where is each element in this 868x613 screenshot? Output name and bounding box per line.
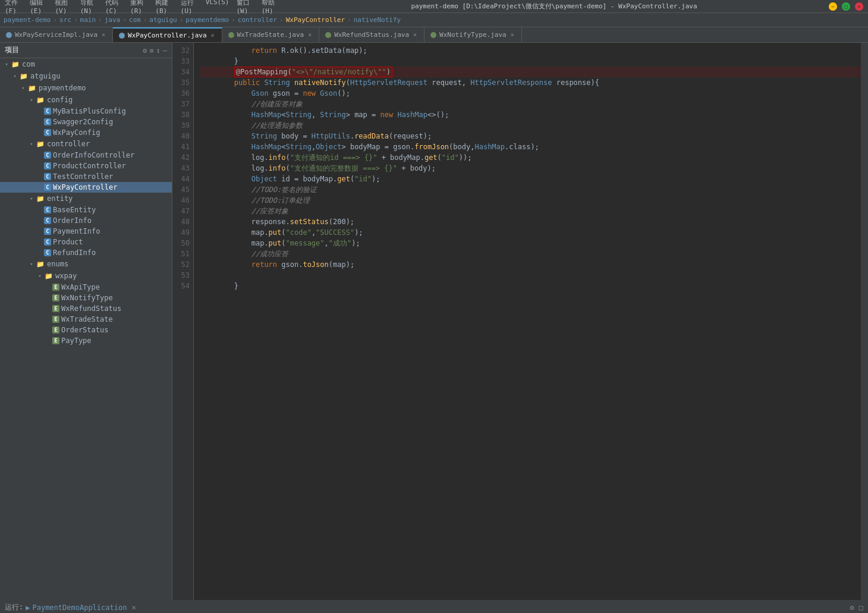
tab-wxnotifytype[interactable]: WxNotifyType.java ×	[424, 27, 522, 42]
enum-icon: E	[52, 305, 59, 312]
sidebar-settings-icon[interactable]: ⚙	[143, 46, 147, 55]
tree-label: OrderInfoController	[53, 151, 134, 159]
tree-item-com[interactable]: ▾📁com	[0, 58, 172, 70]
tree-item-testcontroller[interactable]: CTestController	[0, 171, 172, 182]
breadcrumb-item-4[interactable]: com	[129, 16, 141, 24]
tree-item-orderinfo[interactable]: COrderInfo	[0, 215, 172, 226]
minimize-button[interactable]: −	[829, 2, 837, 11]
tree-item-wxtradestate[interactable]: EWxTradeState	[0, 314, 172, 325]
breadcrumb-item-3[interactable]: java	[105, 16, 121, 24]
menu-file[interactable]: 文件(F)	[5, 0, 23, 15]
breadcrumb-item-8[interactable]: WxPayController	[286, 16, 345, 24]
tree-item-product[interactable]: CProduct	[0, 237, 172, 247]
menu-refactor[interactable]: 重构(R)	[130, 0, 148, 15]
tree-item-controller[interactable]: ▾📁controller	[0, 138, 172, 150]
run-settings-icon[interactable]: ⚙	[850, 603, 854, 612]
tree-item-orderstatus[interactable]: EOrderStatus	[0, 325, 172, 335]
sidebar-close-icon[interactable]: —	[163, 46, 167, 55]
breadcrumb-item-6[interactable]: paymentdemo	[185, 16, 229, 24]
tree-item-wxpaycontroller[interactable]: CWxPayController	[0, 182, 172, 193]
tree-item-config[interactable]: ▾📁config	[0, 94, 172, 106]
maximize-button[interactable]: □	[842, 2, 850, 11]
tab-close-1[interactable]: ×	[210, 32, 216, 39]
tree-item-paytype[interactable]: EPayType	[0, 335, 172, 346]
code-area[interactable]: return R.ok().setData(map); } @PostMappi…	[194, 43, 861, 600]
tree-item-atguigu[interactable]: ▾📁atguigu	[0, 70, 172, 82]
breadcrumb-item-2[interactable]: main	[80, 16, 96, 24]
tree-label: WxPayConfig	[53, 128, 100, 137]
tree-item-wxpay[interactable]: ▾📁wxpay	[0, 270, 172, 282]
enum-icon: E	[52, 316, 59, 323]
folder-icon: 📁	[36, 95, 45, 105]
tab-wxpaycontroller[interactable]: WxPayController.java ×	[113, 27, 222, 42]
menu-view[interactable]: 视图(V)	[55, 0, 73, 15]
tree-item-swagger2config[interactable]: CSwagger2Config	[0, 117, 172, 127]
tree-item-entity[interactable]: ▾📁entity	[0, 193, 172, 205]
tab-close-0[interactable]: ×	[100, 32, 106, 38]
tree-item-wxrefundstatus[interactable]: EWxRefundStatus	[0, 303, 172, 314]
tree-item-wxpayconfig[interactable]: CWxPayConfig	[0, 127, 172, 138]
tree-label: MyBatisPlusConfig	[53, 107, 126, 115]
menu-build[interactable]: 构建(B)	[155, 0, 173, 15]
class-icon: C	[44, 129, 51, 136]
run-app-name[interactable]: PaymentDemoApplication	[32, 603, 127, 612]
tree-item-baseentity[interactable]: CBaseEntity	[0, 205, 172, 215]
tree-item-paymentdemo[interactable]: ▾📁paymentdemo	[0, 82, 172, 94]
tab-wxrefundstatus[interactable]: WxRefundStatus.java ×	[319, 27, 424, 42]
tab-enum-icon-4	[430, 32, 436, 38]
tab-wxpayserviceimpl[interactable]: WxPayServiceImpl.java ×	[0, 27, 113, 42]
breadcrumb-item-1[interactable]: src	[59, 16, 71, 24]
code-line: //TODO:订单处理	[200, 195, 861, 206]
breadcrumb-item-5[interactable]: atguigu	[149, 16, 177, 24]
enum-icon: E	[52, 337, 59, 344]
menu-navigate[interactable]: 导航(N)	[80, 0, 98, 15]
tree-item-productcontroller[interactable]: CProductController	[0, 161, 172, 171]
menu-vcs[interactable]: VCS(S)	[206, 0, 229, 15]
code-line: map.put("message","成功");	[200, 238, 861, 249]
tree-item-wxnotifytype[interactable]: EWxNotifyType	[0, 293, 172, 303]
titlebar: 文件(F) 编辑(E) 视图(V) 导航(N) 代码(C) 重构(R) 构建(B…	[0, 0, 868, 13]
tree-label: enums	[47, 260, 68, 268]
tree-label: OrderStatus	[61, 326, 108, 334]
class-icon: C	[44, 206, 51, 213]
menu-run[interactable]: 运行(U)	[181, 0, 199, 15]
menu-help[interactable]: 帮助(H)	[262, 0, 279, 15]
tree-label: PayType	[61, 337, 92, 345]
menu-edit[interactable]: 编辑(E)	[30, 0, 48, 15]
run-expand-icon[interactable]: □	[859, 603, 863, 612]
close-button[interactable]: ×	[855, 2, 863, 11]
tree-item-mybatisplusconfig[interactable]: CMyBatisPlusConfig	[0, 106, 172, 117]
tree-label: ProductController	[53, 162, 126, 170]
tree-item-refundinfo[interactable]: CRefundInfo	[0, 247, 172, 258]
class-icon: C	[44, 217, 51, 224]
breadcrumb-item-0[interactable]: payment-demo	[4, 16, 51, 24]
tab-close-2[interactable]: ×	[307, 32, 313, 38]
tree-label: TestController	[53, 172, 113, 181]
folder-icon: 📁	[36, 259, 45, 269]
tree-item-paymentinfo[interactable]: CPaymentInfo	[0, 226, 172, 237]
class-icon: C	[44, 108, 51, 115]
run-bar: 运行: ▶ PaymentDemoApplication × ⚙ □	[0, 600, 868, 613]
editor-content: 3233343536373839404142434445464748495051…	[172, 43, 868, 600]
sidebar-sort-icon[interactable]: ↕	[156, 46, 161, 55]
tab-close-4[interactable]: ×	[510, 32, 515, 38]
breadcrumb-item-9[interactable]: nativeNotify	[354, 16, 401, 24]
menu-window[interactable]: 窗口(W)	[237, 0, 254, 15]
tab-close-3[interactable]: ×	[412, 32, 418, 38]
tree-item-wxapitype[interactable]: EWxApiType	[0, 282, 172, 293]
breadcrumb-item-7[interactable]: controller	[238, 16, 277, 24]
tree-label: atguigu	[30, 72, 61, 80]
tree-item-orderinfocontroller[interactable]: COrderInfoController	[0, 150, 172, 161]
tab-enum-icon-3	[325, 32, 331, 38]
menu-code[interactable]: 代码(C)	[105, 0, 123, 15]
tab-wxtradestate[interactable]: WxTradeState.java ×	[222, 27, 320, 42]
enum-icon: E	[52, 294, 59, 301]
code-line: return R.ok().setData(map);	[200, 45, 861, 56]
tree-label: controller	[47, 140, 90, 148]
right-scrollbar[interactable]	[861, 43, 868, 600]
code-line: @PostMapping("<>\"/native/notify\"")	[200, 67, 861, 77]
run-close-icon[interactable]: ×	[131, 603, 136, 612]
window-controls: − □ ×	[829, 2, 863, 11]
tree-item-enums[interactable]: ▾📁enums	[0, 258, 172, 270]
sidebar-collapse-icon[interactable]: ≡	[149, 46, 153, 55]
